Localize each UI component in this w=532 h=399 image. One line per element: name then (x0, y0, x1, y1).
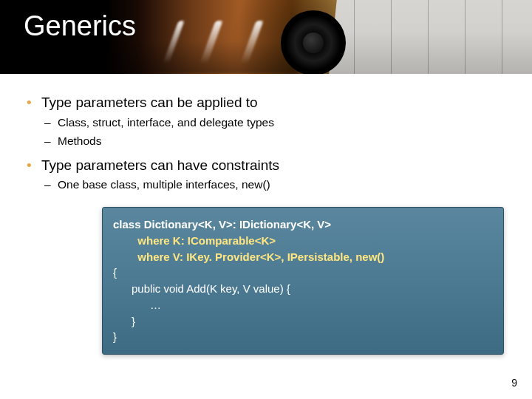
code-line: class Dictionary<K, V>: IDictionary<K, V… (113, 216, 493, 233)
slide-body: Type parameters can be applied to Class,… (0, 74, 532, 194)
sub-bullet-list: One base class, multiple interfaces, new… (41, 177, 513, 193)
code-text: … (150, 299, 161, 311)
code-text: } (113, 330, 117, 343)
code-line: where V: IKey. Provider<K>, IPersistable… (113, 249, 493, 265)
bullet-text: Type parameters can have constraints (41, 157, 279, 173)
code-example: class Dictionary<K, V>: IDictionary<K, V… (102, 207, 504, 355)
banner-wheel (281, 10, 346, 74)
bullet-list: Type parameters can be applied to Class,… (22, 93, 513, 194)
slide-title: Generics (24, 10, 136, 42)
code-text: public void Add(K key, V value) { (132, 282, 290, 295)
code-line: { (113, 265, 493, 281)
sub-bullet-item: One base class, multiple interfaces, new… (41, 177, 513, 193)
sub-bullet-item: Methods (41, 133, 513, 149)
sub-bullet-item: Class, struct, interface, and delegate t… (41, 115, 513, 131)
page-number: 9 (511, 377, 517, 389)
code-keyword: where K: IComparable<K> (137, 234, 276, 247)
sub-bullet-list: Class, struct, interface, and delegate t… (41, 115, 513, 150)
bullet-item: Type parameters can be applied to Class,… (22, 93, 513, 150)
code-keyword: where V: IKey. Provider<K>, IPersistable… (137, 250, 384, 263)
bullet-item: Type parameters can have constraints One… (22, 156, 513, 194)
banner-truck-lines (325, 0, 532, 74)
title-banner: Generics (0, 0, 532, 74)
code-text: { (113, 266, 117, 279)
code-line: } (113, 313, 493, 330)
code-line: … (113, 297, 493, 313)
code-line: public void Add(K key, V value) { (113, 281, 493, 297)
code-text: class Dictionary<K, V>: IDictionary<K, V… (113, 218, 331, 231)
code-line: where K: IComparable<K> (113, 233, 493, 249)
code-text: } (132, 315, 135, 327)
code-line: } (113, 329, 493, 345)
bullet-text: Type parameters can be applied to (41, 95, 258, 110)
